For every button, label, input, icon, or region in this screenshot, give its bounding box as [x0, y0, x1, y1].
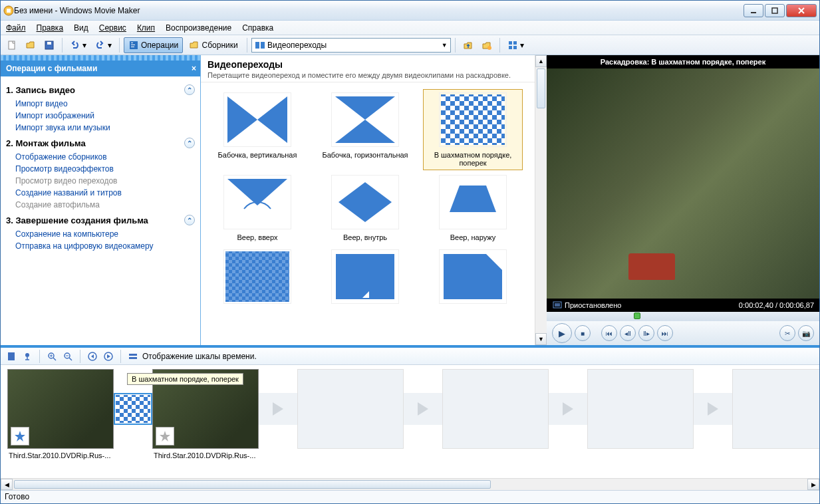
menu-file[interactable]: Файл	[6, 23, 26, 33]
audio-levels-button[interactable]	[21, 350, 34, 363]
redo-button[interactable]: ▾	[91, 37, 114, 53]
menu-tools[interactable]: Сервис	[99, 23, 126, 33]
snapshot-button[interactable]: 📷	[798, 325, 814, 341]
views-icon	[507, 40, 518, 51]
new-folder-button[interactable]	[478, 37, 495, 53]
preview-title: Раскадровка: В шахматном порядке, попере…	[547, 55, 819, 68]
new-button[interactable]	[3, 37, 21, 53]
link-video-effects[interactable]: Просмотр видеоэффектов	[6, 163, 195, 175]
link-import-video[interactable]: Импорт видео	[6, 98, 195, 110]
svg-marker-49	[160, 431, 170, 441]
menu-clip[interactable]: Клип	[137, 23, 155, 33]
dropdown-arrow-icon: ▼	[442, 42, 448, 49]
tasks-button[interactable]: Операции	[124, 37, 183, 53]
narrate-button[interactable]	[5, 350, 18, 363]
transition-item[interactable]: Веер, вверх	[207, 172, 307, 245]
collapse-icon[interactable]: ⌃	[184, 84, 195, 95]
effect-slot[interactable]	[11, 427, 29, 445]
storyboard-empty-slot[interactable]	[442, 369, 549, 449]
menu-play[interactable]: Воспроизведение	[166, 23, 231, 33]
undo-button[interactable]: ▾	[67, 37, 90, 53]
seek-position[interactable]	[634, 313, 640, 319]
svg-marker-45	[107, 354, 110, 358]
storyboard-transition-empty[interactable]	[404, 369, 442, 425]
toolbar: ▾ ▾ Операции Сборники Видеопереходы ▼ ▾	[1, 35, 819, 55]
storyboard-transition-empty[interactable]	[549, 369, 587, 425]
link-titles-credits[interactable]: Создание названий и титров	[6, 187, 195, 199]
transition-item[interactable]	[423, 246, 523, 311]
link-send-dv[interactable]: Отправка на цифровую видеокамеру	[6, 240, 195, 252]
seek-bar[interactable]	[547, 312, 819, 321]
section-2-header[interactable]: 2. Монтаж фильма⌃	[6, 138, 195, 148]
scroll-left-button[interactable]: ◀	[1, 479, 13, 490]
section-3-header[interactable]: 3. Завершение создания фильма⌃	[6, 215, 195, 225]
save-button[interactable]	[41, 37, 58, 53]
storyboard-empty-slot[interactable]	[297, 369, 404, 449]
split-button[interactable]: ✂	[779, 325, 795, 341]
views-button[interactable]: ▾	[504, 37, 527, 53]
content-subtitle: Перетащите видеопереход и поместите его …	[207, 71, 540, 79]
section-1-header[interactable]: 1. Запись видео⌃	[6, 84, 195, 95]
transition-item[interactable]: Веер, наружу	[423, 172, 523, 245]
link-import-images[interactable]: Импорт изображений	[6, 110, 195, 122]
link-video-transitions[interactable]: Просмотр видео переходов	[6, 175, 195, 187]
collapse-icon[interactable]: ⌃	[184, 138, 195, 148]
storyboard-empty-slot[interactable]	[587, 369, 694, 449]
skip-fwd-button[interactable]: ⏭	[657, 325, 673, 341]
svg-rect-16	[509, 41, 512, 45]
transition-item[interactable]: Бабочка, вертикальная	[207, 89, 307, 170]
stop-button[interactable]: ■	[575, 325, 591, 341]
open-button[interactable]	[22, 37, 39, 53]
menu-edit[interactable]: Правка	[37, 23, 64, 33]
minimize-button[interactable]	[744, 4, 763, 17]
zoom-in-button[interactable]	[45, 350, 59, 363]
play-button[interactable]: ▶	[552, 323, 572, 343]
skip-back-button[interactable]: ⏮	[601, 325, 617, 341]
preview-pane: Раскадровка: В шахматном порядке, попере…	[547, 55, 819, 345]
transition-item[interactable]	[315, 246, 415, 311]
menu-view[interactable]: Вид	[74, 23, 88, 33]
rewind-button[interactable]	[86, 350, 99, 363]
close-button[interactable]	[786, 4, 817, 17]
svg-rect-17	[513, 41, 517, 45]
svg-rect-33	[8, 352, 15, 360]
storyboard[interactable]: В шахматном порядке, поперек Third.Star.…	[1, 365, 819, 478]
svg-rect-18	[509, 46, 512, 49]
link-automovie[interactable]: Создание автофильма	[6, 199, 195, 211]
location-dropdown[interactable]: Видеопереходы ▼	[251, 38, 451, 53]
maximize-button[interactable]	[765, 4, 785, 17]
link-show-collections[interactable]: Отображение сборников	[6, 151, 195, 163]
horizontal-scrollbar[interactable]: ◀ ▶	[1, 478, 819, 490]
frame-back-button[interactable]: ◂Ⅱ	[620, 325, 636, 341]
play-timeline-button[interactable]	[102, 350, 115, 363]
window-title: Без имени - Windows Movie Maker	[14, 6, 742, 15]
show-timeline-button[interactable]	[126, 350, 140, 363]
play-icon	[103, 351, 114, 362]
storyboard-clip[interactable]: Third.Star.2010.DVDRip.Rus-...	[7, 369, 114, 462]
transition-item[interactable]: Веер, внутрь	[315, 172, 415, 245]
storyboard-transition-empty[interactable]	[694, 369, 732, 425]
effect-slot[interactable]	[156, 427, 174, 445]
tasks-label: Операции	[141, 41, 178, 50]
scroll-right-button[interactable]: ▶	[807, 479, 819, 490]
scroll-thumb[interactable]	[537, 68, 545, 108]
transition-item[interactable]	[207, 246, 307, 311]
collapse-icon[interactable]: ⌃	[184, 215, 195, 225]
link-save-computer[interactable]: Сохранение на компьютере	[6, 228, 195, 240]
storyboard-transition-empty[interactable]	[259, 369, 297, 425]
task-pane-close[interactable]: ×	[192, 64, 196, 73]
vertical-scrollbar[interactable]: ▲ ▼	[535, 55, 547, 345]
link-import-audio[interactable]: Импорт звука или музыки	[6, 122, 195, 134]
collections-button[interactable]: Сборники	[184, 37, 243, 53]
menu-help[interactable]: Справка	[242, 23, 273, 33]
scroll-thumb[interactable]	[14, 480, 491, 489]
transition-item[interactable]: Бабочка, горизонтальная	[315, 89, 415, 170]
scroll-up-button[interactable]: ▲	[535, 55, 547, 67]
storyboard-empty-slot[interactable]	[732, 369, 819, 449]
frame-fwd-button[interactable]: Ⅱ▸	[638, 325, 654, 341]
preview-video[interactable]	[547, 68, 819, 299]
scroll-down-button[interactable]: ▼	[535, 333, 547, 345]
up-folder-button[interactable]	[460, 37, 477, 53]
zoom-out-button[interactable]	[61, 350, 74, 363]
transition-item[interactable]: В шахматном порядке, поперек	[423, 89, 523, 170]
